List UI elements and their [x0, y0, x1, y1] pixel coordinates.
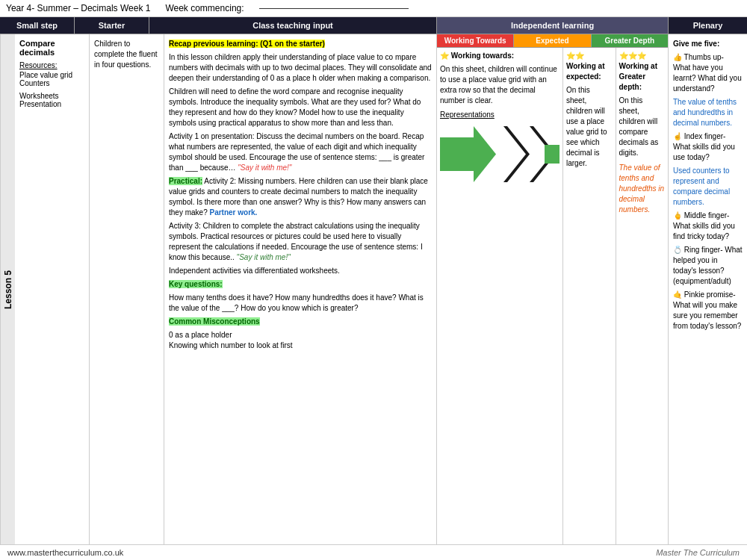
plenary-middle: 🖕 Middle finger- What skills did you fin… [673, 211, 743, 242]
representations-shapes [440, 126, 560, 182]
greater-depth-title: Working at Greater depth: [619, 62, 657, 91]
plenary-highlight-1: The value of tenths and hundredths in de… [673, 97, 743, 128]
class-para3: Activity 1 on presentation: Discuss the … [169, 131, 432, 173]
independent-subheaders: Working Towards Expected Greater Depth [437, 34, 668, 48]
independent-column: Working Towards Expected Greater Depth ⭐… [437, 34, 669, 544]
starter-column: Children to complete the fluent in four … [90, 34, 164, 544]
plenary-index: ☝ Index finger- What skills did you use … [673, 131, 743, 208]
resource-place-value-grid: Place value grid [19, 71, 84, 79]
class-para2: Children will need to define the word co… [169, 87, 432, 128]
expected-content: ⭐⭐ Working at expected: On this sheet, c… [563, 48, 616, 544]
expected-stars: ⭐⭐ [566, 52, 584, 60]
week-line [259, 8, 409, 9]
greater-depth-header: Greater Depth [592, 34, 668, 47]
footer-brand: Master The Curriculum [656, 548, 740, 557]
independent-content-area: ⭐ Working towards: On this sheet, childr… [437, 48, 668, 544]
footer: www.masterthecurriculum.co.uk Master The… [0, 544, 747, 560]
lesson-label: Lesson 5 [0, 34, 15, 544]
greater-stars: ⭐⭐⭐ [619, 52, 646, 60]
class-para4: Practical: Activity 2: Missing numbers. … [169, 176, 432, 218]
misconceptions-text: 0 as a place holder Knowing which number… [169, 330, 432, 351]
col-header-class-teaching: Class teaching input [149, 17, 437, 34]
class-para5: Activity 3: Children to complete the abs… [169, 221, 432, 263]
svg-marker-1 [474, 126, 496, 182]
column-headers: Small step Starter Class teaching input … [0, 17, 747, 34]
working-towards-title: Working towards: [451, 52, 514, 60]
plenary-title: Give me five: [673, 40, 719, 48]
col-header-plenary: Plenary [669, 17, 747, 34]
greater-depth-desc: On this sheet, children will compare dec… [619, 96, 666, 158]
col-header-small-step: Small step [0, 17, 75, 34]
plenary-ring-text: 💍 Ring finger- What helped you in today'… [673, 245, 743, 287]
say-it-with-me-1: "Say it with me!" [238, 164, 291, 172]
expected-desc: On this sheet, children will use a place… [566, 85, 613, 169]
shape-arrow-left [440, 126, 496, 182]
working-towards-desc: On this sheet, children will continue to… [440, 64, 560, 106]
col-header-independent: Independent learning [437, 17, 669, 34]
col-header-starter: Starter [75, 17, 149, 34]
page-title: Year 4- Summer – Decimals Week 1 [6, 3, 150, 13]
week-commencing-label: Week commencing: [165, 3, 244, 13]
representations-label: Representations [440, 111, 560, 119]
misconceptions-highlight: Common Misconceptions [169, 317, 260, 326]
plenary-ring: 💍 Ring finger- What helped you in today'… [673, 245, 743, 287]
class-teaching-column: Recap previous learning: (Q1 on the star… [164, 34, 437, 544]
resources-label: Resources: [19, 61, 84, 69]
svg-rect-0 [440, 137, 474, 171]
partner-work: Partner work. [209, 208, 257, 217]
working-towards-content: ⭐ Working towards: On this sheet, childr… [437, 48, 563, 544]
practical-highlight: Practical: [169, 177, 202, 185]
greater-depth-content: ⭐⭐⭐ Working at Greater depth: On this sh… [616, 48, 669, 544]
class-para1: In this lesson children apply their unde… [169, 52, 432, 84]
resource-counters: Counters [19, 79, 84, 87]
svg-marker-2 [503, 126, 530, 182]
plenary-pinkie: 🤙 Pinkie promise- What will you make sur… [673, 290, 743, 332]
greater-depth-highlight: The value of tenths and hundredths in de… [619, 163, 666, 215]
small-step-title: Compare decimals [19, 39, 84, 57]
main-content: Lesson 5 Compare decimals Resources: Pla… [0, 34, 747, 544]
expected-title: Working at expected: [566, 62, 604, 81]
plenary-column: Give me five: 👍 Thumbs up- What have you… [669, 34, 747, 544]
plenary-pinkie-text: 🤙 Pinkie promise- What will you make sur… [673, 290, 743, 332]
resource-worksheets: Worksheets [19, 92, 84, 100]
key-questions-text: How many tenths does it have? How many h… [169, 293, 432, 314]
recap-highlight: Recap previous learning: (Q1 on the star… [169, 40, 325, 48]
small-step-column: Compare decimals Resources: Place value … [15, 34, 90, 544]
resource-presentation: Presentation [19, 100, 84, 108]
svg-rect-4 [545, 145, 560, 164]
footer-website: www.masterthecurriculum.co.uk [7, 548, 123, 557]
say-it-with-me-2: "Say it with me!" [237, 253, 291, 261]
class-para6: Independent activities via differentiate… [169, 266, 432, 276]
plenary-thumbs: 👍 Thumbs up- What have you learnt? What … [673, 52, 743, 128]
shape-arrow-right [503, 126, 560, 182]
plenary-highlight-2: Used counters to represent and compare d… [673, 166, 743, 208]
working-star: ⭐ [440, 52, 449, 60]
working-towards-header: Working Towards [437, 34, 514, 47]
key-questions-highlight: Key questions: [169, 280, 223, 288]
plenary-middle-text: 🖕 Middle finger- What skills did you fin… [673, 211, 743, 242]
starter-text: Children to complete the fluent in four … [94, 39, 159, 70]
expected-header: Expected [514, 34, 591, 47]
